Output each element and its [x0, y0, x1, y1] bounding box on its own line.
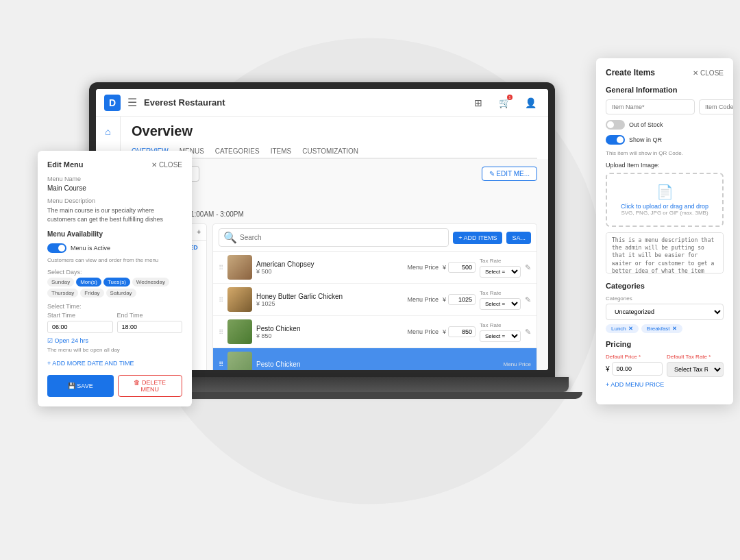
app-logo: D — [104, 95, 121, 111]
cart-icon[interactable]: 🛒 1 — [495, 93, 514, 112]
item-info: Pesto Chicken ¥ 850 — [256, 325, 403, 339]
day-thursday[interactable]: Thursday — [47, 289, 78, 297]
item-image-placeholder — [227, 319, 252, 344]
end-time-label: End Time — [117, 312, 183, 319]
availability-title: Menu Availability — [47, 230, 182, 238]
tax-rate-field: Tax Rate Select = — [480, 322, 521, 342]
save-menu-button[interactable]: 💾 SAVE — [47, 375, 114, 397]
create-items-close-button[interactable]: ✕ CLOSE — [693, 69, 724, 77]
select-days-label: Select Days: — [47, 269, 182, 276]
add-category-icon[interactable]: + — [197, 228, 201, 236]
default-price-label: Default Price * — [606, 354, 663, 360]
cart-badge: 1 — [507, 95, 513, 100]
tag-lunch-label: Lunch — [611, 326, 626, 332]
toggle-thumb — [58, 245, 65, 252]
tab-items[interactable]: ITEMS — [271, 145, 292, 159]
tax-rate-select[interactable]: Select Tax Rate — [667, 362, 724, 377]
item-price: ¥ 850 — [256, 332, 403, 339]
default-tax-field: Default Tax Rate * Select Tax Rate — [667, 354, 724, 377]
price-input-row: ¥ — [606, 362, 663, 376]
edit-item-icon[interactable]: ✎ — [525, 328, 531, 337]
day-monday[interactable]: Mon(s) — [76, 278, 101, 287]
add-more-date-time-link[interactable]: + ADD MORE DATE AND TIME — [47, 360, 182, 367]
item-name: Honey Butter Garlic Chicken — [256, 293, 403, 300]
edit-item-icon[interactable]: ✎ — [525, 295, 531, 304]
category-select[interactable]: Uncategorized — [606, 304, 724, 320]
table-row: ⠿ American Chopsey ¥ 500 — [213, 252, 536, 284]
tax-rate-select[interactable]: Select = — [480, 266, 521, 278]
upload-text[interactable]: Click to upload or drag and drop — [617, 203, 713, 210]
table-row: ⠿ Pesto Chicken Menu Price — [213, 348, 536, 370]
show-in-qr-note: This item will show in QR Code. — [606, 150, 724, 156]
item-description-textarea[interactable]: This is a menu description that the admi… — [606, 232, 724, 273]
show-in-qr-label: Show in QR — [629, 136, 662, 143]
menu-hours-label: Menu Hours: — [132, 199, 537, 209]
menu-price-input[interactable] — [448, 326, 476, 337]
day-saturday[interactable]: Saturday — [106, 289, 136, 297]
menu-desc-value: The main course is our specialty where c… — [47, 206, 182, 223]
tab-customization[interactable]: CUSTOMIZATION — [302, 145, 358, 159]
item-image — [227, 352, 252, 370]
hamburger-icon[interactable]: ☰ — [127, 96, 137, 109]
edit-menu-close-button[interactable]: ✕ CLOSE — [151, 161, 182, 169]
item-price: ¥ 1025 — [256, 300, 403, 307]
menu-price-label: Menu Price — [407, 296, 439, 303]
tax-rate-select[interactable]: Select = — [480, 298, 521, 310]
translate-icon[interactable]: ⊞ — [469, 93, 488, 112]
tag-lunch-close[interactable]: ✕ — [628, 326, 633, 332]
upload-hint: SVG, PNG, JPG or GIF (max. 3MB) — [617, 210, 713, 216]
default-price-input[interactable] — [612, 362, 663, 376]
sidebar-home-icon[interactable]: ⌂ — [99, 122, 118, 141]
tab-categories[interactable]: CATEGORIES — [215, 145, 260, 159]
tax-rate-select[interactable]: Select = — [480, 330, 521, 342]
menu-selector-row: Dine-in Menu ▾ ✎ EDIT ME... — [132, 166, 537, 182]
day-tuesday[interactable]: Tues(s) — [103, 278, 130, 287]
item-image — [227, 319, 252, 344]
header-icons: ⊞ 🛒 1 👤 — [469, 93, 540, 112]
start-time-input[interactable] — [47, 321, 113, 333]
menu-price-label: Menu Price — [504, 361, 531, 367]
item-image — [227, 255, 252, 280]
tag-breakfast-close[interactable]: ✕ — [672, 326, 677, 332]
item-image-placeholder — [227, 255, 252, 280]
delete-menu-button[interactable]: 🗑 DELETE MENU — [118, 375, 183, 397]
tag-lunch: Lunch ✕ — [606, 324, 639, 333]
day-sunday[interactable]: Sunday — [47, 278, 74, 287]
tabs-row: OVERVIEW MENUS CATEGORIES ITEMS CUSTOMIZ… — [132, 145, 537, 159]
default-tax-label: Default Tax Rate * — [667, 354, 724, 360]
table-row: ⠿ Pesto Chicken ¥ 850 Me — [213, 316, 536, 348]
create-items-header: Create Items ✕ CLOSE — [606, 68, 724, 77]
toggle-thumb — [607, 121, 614, 128]
search-input[interactable] — [240, 234, 444, 241]
add-menu-price-link[interactable]: + ADD MENU PRICE — [606, 381, 724, 388]
edit-menu-title: Edit Menu — [47, 160, 84, 169]
item-code-input[interactable] — [699, 99, 733, 114]
add-items-button[interactable]: + ADD ITEMS — [453, 232, 502, 244]
upload-label: Upload Item Image: — [606, 162, 724, 169]
menu-active-note: Customers can view and order from the me… — [47, 257, 182, 263]
item-image-placeholder — [227, 352, 252, 370]
edit-menu-button[interactable]: ✎ EDIT ME... — [482, 167, 538, 181]
item-name-code-row — [606, 99, 724, 114]
tag-breakfast: Breakfast ✕ — [641, 324, 682, 333]
item-name-input[interactable] — [606, 99, 695, 114]
tax-rate-field: Tax Rate Select = — [480, 290, 521, 310]
menu-price-input[interactable] — [448, 294, 476, 305]
currency-symbol: ¥ — [606, 365, 610, 373]
edit-item-icon[interactable]: ✎ — [525, 263, 531, 272]
page-title: Overview — [132, 123, 537, 139]
item-info: Pesto Chicken — [256, 361, 500, 368]
out-of-stock-toggle[interactable] — [606, 120, 625, 130]
save-button[interactable]: SA... — [506, 232, 531, 244]
upload-area[interactable]: 📄 Click to upload or drag and drop SVG, … — [606, 173, 724, 227]
menu-price-label: Menu Price — [407, 328, 439, 335]
item-price: ¥ 500 — [256, 268, 403, 275]
menu-active-toggle[interactable] — [47, 243, 66, 253]
user-icon[interactable]: 👤 — [521, 93, 540, 112]
end-time-input[interactable] — [117, 321, 183, 333]
item-name: Pesto Chicken — [256, 361, 500, 368]
show-in-qr-toggle[interactable] — [606, 135, 625, 145]
day-friday[interactable]: Friday — [80, 289, 103, 297]
menu-price-input[interactable] — [448, 262, 476, 273]
day-wednesday[interactable]: Wednesday — [132, 278, 169, 287]
